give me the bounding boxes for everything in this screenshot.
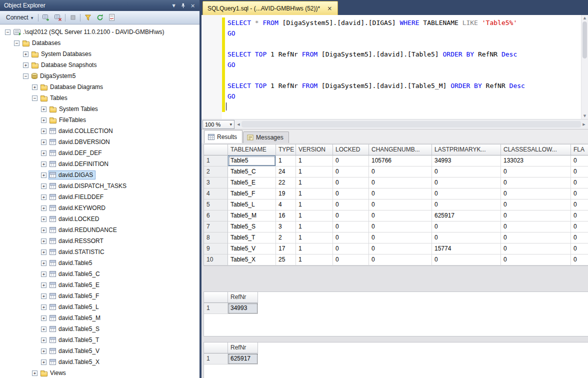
expand-icon[interactable]: + bbox=[41, 216, 46, 222]
grid-cell[interactable]: 0 bbox=[369, 254, 432, 266]
expand-icon[interactable]: + bbox=[41, 118, 46, 123]
expand-icon[interactable]: + bbox=[23, 62, 28, 68]
expand-icon[interactable]: + bbox=[41, 360, 46, 365]
expand-icon[interactable]: + bbox=[41, 326, 46, 332]
editor-vertical-scrollbar[interactable]: ▲ ▼ bbox=[581, 15, 588, 119]
connect-server-button[interactable] bbox=[40, 12, 52, 23]
disconnect-server-button[interactable] bbox=[52, 12, 64, 23]
grid-cell[interactable]: 0 bbox=[571, 222, 588, 232]
expand-icon[interactable]: + bbox=[41, 172, 46, 178]
tab-messages[interactable]: Messages bbox=[243, 132, 289, 143]
grid-cell[interactable]: 4 bbox=[276, 200, 296, 210]
grid-cell[interactable]: 1 bbox=[296, 178, 333, 188]
tree-item-david-table5-f[interactable]: +david.Table5_F bbox=[0, 290, 200, 302]
expand-icon[interactable]: + bbox=[41, 150, 46, 156]
tree-item-database-diagrams[interactable]: +Database Diagrams bbox=[0, 82, 200, 92]
stop-button[interactable] bbox=[67, 12, 78, 23]
grid-cell[interactable]: 0 bbox=[571, 244, 588, 254]
grid-cell[interactable]: 0 bbox=[333, 156, 369, 166]
expand-icon[interactable]: + bbox=[32, 370, 38, 376]
grid-cell[interactable]: 22 bbox=[276, 178, 296, 188]
grid-cell[interactable]: 0 bbox=[369, 244, 432, 254]
tree-item-david-table5-m[interactable]: +david.Table5_M bbox=[0, 312, 200, 324]
zoom-selector[interactable]: 100 % ▼ bbox=[202, 120, 234, 129]
row-number[interactable]: 1 bbox=[204, 156, 228, 166]
row-number[interactable]: 1 bbox=[204, 303, 228, 314]
grid-cell[interactable]: 0 bbox=[501, 222, 571, 232]
tree-item-system-tables[interactable]: +System Tables bbox=[0, 104, 200, 114]
connect-button[interactable]: Connect ▼ bbox=[2, 12, 36, 22]
grid-cell[interactable]: 0 bbox=[432, 178, 501, 188]
grid-cell[interactable]: 0 bbox=[432, 254, 501, 266]
grid-cell[interactable]: 25 bbox=[276, 254, 296, 266]
grid-cell[interactable]: 0 bbox=[369, 200, 432, 210]
grid-cell[interactable]: 0 bbox=[432, 166, 501, 178]
tree-item-david-table5-v[interactable]: +david.Table5_V bbox=[0, 346, 200, 356]
grid-cell[interactable]: 3 bbox=[276, 222, 296, 232]
column-header-refnr[interactable]: RefNr bbox=[228, 292, 258, 303]
expand-icon[interactable]: + bbox=[41, 304, 46, 310]
grid-cell[interactable]: 0 bbox=[571, 188, 588, 200]
tree-item-david-digas[interactable]: +david.DIGAS bbox=[0, 170, 200, 180]
expand-icon[interactable]: + bbox=[41, 282, 46, 288]
column-header-fla[interactable]: FLA bbox=[571, 144, 588, 156]
scrollbar-thumb[interactable] bbox=[582, 22, 587, 58]
column-header-locked[interactable]: LOCKED bbox=[333, 144, 369, 156]
grid-cell[interactable]: 0 bbox=[333, 232, 369, 244]
grid-cell[interactable]: Table5_F bbox=[228, 188, 276, 200]
row-number[interactable]: 5 bbox=[204, 200, 228, 210]
column-header-tablename[interactable]: TABLENAME bbox=[228, 144, 276, 156]
close-panel-button[interactable]: × bbox=[188, 2, 197, 10]
grid-cell[interactable]: Table5_L bbox=[228, 200, 276, 210]
expand-icon[interactable]: + bbox=[41, 294, 46, 299]
expand-icon[interactable]: + bbox=[41, 260, 46, 266]
row-number[interactable]: 2 bbox=[204, 166, 228, 178]
scrollbar-thumb[interactable] bbox=[242, 121, 581, 128]
expand-icon[interactable]: + bbox=[41, 338, 46, 343]
expand-icon[interactable]: + bbox=[23, 52, 28, 57]
close-tab-button[interactable]: × bbox=[326, 5, 333, 12]
grid-cell[interactable]: 0 bbox=[501, 232, 571, 244]
grid-cell[interactable]: 0 bbox=[571, 254, 588, 266]
grid-cell[interactable]: 0 bbox=[571, 166, 588, 178]
expand-icon[interactable]: + bbox=[41, 184, 46, 189]
grid-cell[interactable]: 625917 bbox=[228, 354, 258, 364]
grid-cell[interactable]: 105766 bbox=[369, 156, 432, 166]
tree-item-david-keyword[interactable]: +david.KEYWORD bbox=[0, 202, 200, 214]
grid-cell[interactable]: Table5_M bbox=[228, 210, 276, 222]
grid-cell[interactable]: 0 bbox=[571, 156, 588, 166]
tree-item-david-ressort[interactable]: +david.RESSORT bbox=[0, 236, 200, 246]
grid-cell[interactable]: Table5_V bbox=[228, 244, 276, 254]
grid-cell[interactable]: 17 bbox=[276, 244, 296, 254]
row-number[interactable]: 6 bbox=[204, 210, 228, 222]
column-header-classesallow[interactable]: CLASSESALLOW... bbox=[501, 144, 571, 156]
grid-cell[interactable]: 0 bbox=[369, 222, 432, 232]
grid-cell[interactable]: 0 bbox=[501, 254, 571, 266]
grid-cell[interactable]: Table5_E bbox=[228, 178, 276, 188]
tree-item-david-table5-t[interactable]: +david.Table5_T bbox=[0, 334, 200, 346]
grid-cell[interactable]: Table5_S bbox=[228, 222, 276, 232]
expand-icon[interactable]: + bbox=[41, 348, 46, 354]
tree-item-system-databases[interactable]: +System Databases bbox=[0, 48, 200, 60]
grid-cell[interactable]: 0 bbox=[571, 210, 588, 222]
grid-cell[interactable]: 0 bbox=[369, 232, 432, 244]
tab-sqlquery1[interactable]: SQLQuery1.sql - (...AVID-GMBH\ws (52))* … bbox=[202, 1, 338, 15]
grid-cell[interactable]: 0 bbox=[432, 188, 501, 200]
tree-item-david-collection[interactable]: +david.COLLECTION bbox=[0, 126, 200, 136]
grid-cell[interactable]: 0 bbox=[333, 244, 369, 254]
tree-item-views[interactable]: +Views bbox=[0, 368, 200, 378]
grid-cell[interactable]: Table5_C bbox=[228, 166, 276, 178]
column-header-changenumb[interactable]: CHANGENUMB... bbox=[369, 144, 432, 156]
tree-item-david-table5-s[interactable]: +david.Table5_S bbox=[0, 324, 200, 334]
tree-item-david-locked[interactable]: +david.LOCKED bbox=[0, 214, 200, 224]
tree-item-david-table5-l[interactable]: +david.Table5_L bbox=[0, 302, 200, 312]
tree-item-tables[interactable]: −Tables bbox=[0, 92, 200, 104]
expand-icon[interactable]: + bbox=[41, 206, 46, 211]
grid-cell[interactable]: 1 bbox=[296, 232, 333, 244]
grid-cell[interactable]: Table5_X bbox=[228, 254, 276, 266]
collapse-icon[interactable]: − bbox=[5, 30, 10, 35]
row-number[interactable]: 3 bbox=[204, 178, 228, 188]
grid-cell[interactable]: 0 bbox=[369, 188, 432, 200]
window-menu-button[interactable]: ▼ bbox=[170, 2, 178, 10]
expand-icon[interactable]: + bbox=[41, 250, 46, 255]
